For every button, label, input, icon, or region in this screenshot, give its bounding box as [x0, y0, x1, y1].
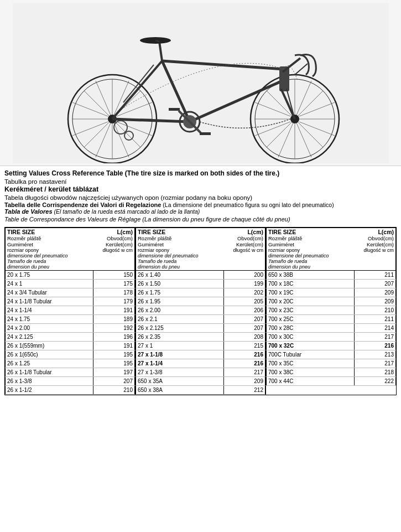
l-value-cell: 199 — [224, 280, 265, 288]
table-row: 26 x 2.125207 — [136, 324, 265, 333]
tire-size-cell: 700 x 35C — [267, 359, 355, 368]
col1-obvod: Obvod(cm) — [107, 235, 133, 241]
l-value-cell: 217 — [224, 368, 265, 377]
tire-size-cell: 26 x 2.00 — [136, 306, 224, 315]
l-value-cell: 197 — [93, 368, 135, 377]
l-value-cell: 191 — [93, 342, 135, 350]
l-value-cell: 195 — [93, 359, 135, 368]
col3-dimension: dimension du pneu — [268, 264, 310, 270]
col2-kerulet: Kerület(cm) — [236, 241, 263, 247]
title-line1: Setting Values Cross Reference Table (Th… — [4, 169, 397, 177]
col1-header-row: TIRE SIZE L(cm) Rozměr pláště Obvod(cm) — [6, 228, 135, 271]
l-value-cell: 175 — [93, 280, 135, 288]
l-value-cell: 196 — [93, 333, 135, 342]
col2-rozmiar: rozmiar opony — [138, 247, 169, 253]
col2-rozmer: Rozměr pláště — [138, 235, 171, 241]
table-content-row: TIRE SIZE L(cm) Rozměr pláště Obvod(cm) — [5, 228, 397, 395]
col3-rozmer: Rozměr pláště — [268, 235, 302, 241]
tire-size-cell: 700 x 30C — [267, 333, 355, 342]
table-row: 26 x 1.25195 — [6, 359, 135, 368]
col3-kerulet: Kerület(cm) — [367, 241, 394, 247]
table-row: 24 x 1-1/4191 — [6, 306, 135, 315]
table-row: 24 x 2.00192 — [6, 324, 135, 333]
table-row: 700 x 44C222 — [267, 377, 396, 386]
col2-table: TIRE SIZE L(cm) Rozměr pláště Obvod(cm) — [136, 228, 265, 395]
l-value-cell: 222 — [355, 377, 396, 386]
tire-size-cell: 700 x 28C — [267, 324, 355, 333]
l-value-cell: 207 — [355, 280, 396, 288]
bike-diagram — [13, 3, 389, 163]
col2-l-label: L(cm) — [247, 229, 263, 235]
column-3: TIRE SIZE L(cm) Rozměr pláště Obvod(cm) — [266, 228, 397, 395]
col1-gumi: Gumiméret — [7, 241, 33, 247]
col2-dimension: dimension du pneu — [138, 264, 180, 270]
table-row: 26 x 1-1/2210 — [6, 386, 135, 395]
col3-header-row: TIRE SIZE L(cm) Rozměr pláště Obvod(cm) — [267, 228, 396, 271]
table-row: 24 x 1-1/8 Tubular179 — [6, 297, 135, 306]
title-line7-suffix: (La dimension du pneu figure de chaque c… — [140, 216, 290, 223]
table-row: 700 x 18C207 — [267, 280, 396, 288]
title-line5-suffix: (La dimensione del pneumatico figura su … — [161, 202, 334, 208]
column-2: TIRE SIZE L(cm) Rozměr pláště Obvod(cm) — [136, 228, 266, 395]
tire-size-cell: 27 x 1 — [136, 342, 224, 350]
l-value-cell: 150 — [93, 271, 135, 280]
tire-size-cell: 700 x 20C — [267, 297, 355, 306]
l-value-cell: 214 — [355, 324, 396, 333]
l-value-cell: 215 — [224, 342, 265, 350]
tire-size-cell: 20 x 1.75 — [6, 271, 93, 280]
table-row: 26 x 1.75202 — [136, 288, 265, 297]
table-row: 650 x 35A209 — [136, 377, 265, 386]
table-row: 24 x 1.75189 — [6, 315, 135, 324]
table-row: 24 x 2.125196 — [6, 333, 135, 342]
col3-rozmiar: rozmiar opony — [268, 247, 300, 253]
tire-size-cell: 24 x 2.00 — [6, 324, 93, 333]
l-value-cell: 210 — [355, 306, 396, 315]
tire-size-cell: 26 x 1-1/2 — [6, 386, 93, 395]
title-bold-part: Setting Values Cross Reference Table — [4, 169, 123, 177]
table-row: 24 x 1175 — [6, 280, 135, 288]
l-value-cell: 207 — [224, 324, 265, 333]
l-value-cell: 209 — [355, 288, 396, 297]
table-row: 26 x 1(559mm)191 — [6, 342, 135, 350]
l-value-cell: 213 — [355, 350, 396, 359]
table-row: 27 x 1-1/8216 — [136, 350, 265, 359]
col1-kerulet: Kerület(cm) — [106, 241, 133, 247]
l-value-cell: 211 — [355, 315, 396, 324]
table-row: 27 x 1-1/4216 — [136, 359, 265, 368]
title-line5-bold: Tabella delle Corrispendenze dei Valori … — [4, 202, 161, 208]
tire-size-cell: 650 x 35A — [136, 377, 224, 386]
tire-size-cell: 24 x 1.75 — [6, 315, 93, 324]
col2-dlugosc: długość w cm — [233, 247, 263, 253]
tire-size-cell: 26 x 2.35 — [136, 333, 224, 342]
table-row: 700 x 32C216 — [267, 342, 396, 350]
table-row: 700 x 25C211 — [267, 315, 396, 324]
tire-size-cell: 26 x 2.1 — [136, 315, 224, 324]
tire-size-cell: 650 x 38A — [136, 386, 224, 395]
table-row: 650 x 38B211 — [267, 271, 396, 280]
text-section: Setting Values Cross Reference Table (Th… — [0, 166, 401, 225]
tire-size-cell: 700 x 25C — [267, 315, 355, 324]
tire-size-cell: 650 x 38B — [267, 271, 355, 280]
table-row: 27 x 1215 — [136, 342, 265, 350]
title-line3: Kerékméret / kerület táblázat — [4, 185, 397, 193]
l-value-cell: 207 — [93, 377, 135, 386]
col2-tamano: Tamaño de rueda — [138, 259, 176, 264]
col1-dlugosc: długość w cm — [102, 247, 133, 253]
tire-size-cell: 700 x 32C — [267, 342, 355, 350]
l-value-cell: 216 — [224, 359, 265, 368]
reference-table: TIRE SIZE L(cm) Rozměr pláště Obvod(cm) — [4, 227, 397, 395]
table-row: 650 x 38A212 — [136, 386, 265, 395]
col3-l-label: L(cm) — [378, 229, 394, 235]
col2-gumi: Gumiméret — [138, 241, 164, 247]
col1-table: TIRE SIZE L(cm) Rozměr pláště Obvod(cm) — [5, 228, 135, 395]
table-row: 700 x 19C209 — [267, 288, 396, 297]
col2-tire-size-label: TIRE SIZE — [138, 229, 165, 235]
tire-size-cell: 26 x 1.40 — [136, 271, 224, 280]
tire-size-cell: 26 x 1-1/8 Tubular — [6, 368, 93, 377]
title-line6-suffix: (El tamaño de la rueda está marcado al l… — [53, 208, 200, 215]
tire-size-cell: 26 x 1(559mm) — [6, 342, 93, 350]
l-value-cell: 216 — [224, 350, 265, 359]
col3-dlugosc: długość w cm — [363, 247, 394, 253]
title-line2: Tabulka pro nastavení — [4, 178, 397, 185]
tire-size-cell: 24 x 3/4 Tubular — [6, 288, 93, 297]
